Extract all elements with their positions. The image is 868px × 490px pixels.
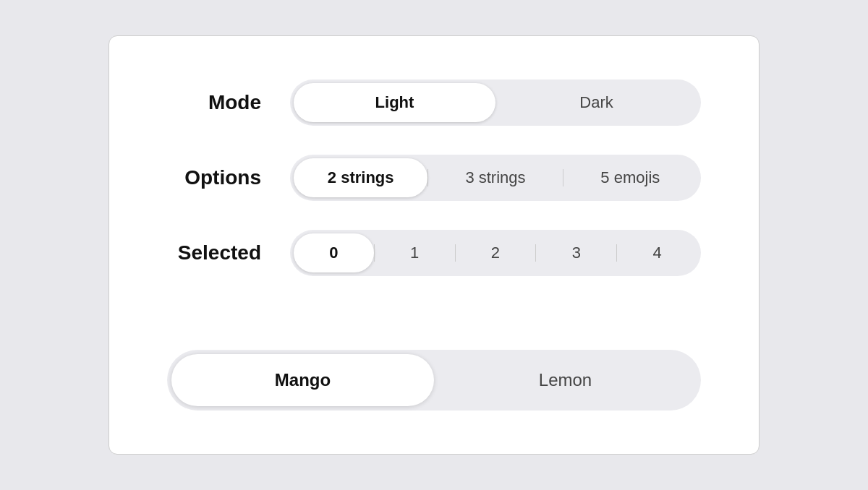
options-segmented: 2 strings 3 strings 5 emojis [290,155,701,201]
selected-2[interactable]: 2 [456,233,536,272]
selected-row: Selected 0 1 2 3 4 [167,230,701,276]
fruit-segmented: Mango Lemon [167,350,701,411]
selected-1[interactable]: 1 [375,233,455,272]
selected-label: Selected [167,241,261,265]
options-label: Options [167,166,261,189]
mode-dark-option[interactable]: Dark [495,83,697,122]
mode-light-option[interactable]: Light [294,83,495,122]
settings-card: Mode Light Dark Options 2 strings 3 stri… [109,35,760,455]
spacer [167,305,701,306]
option-2strings[interactable]: 2 strings [294,158,427,197]
fruit-mango[interactable]: Mango [171,354,434,406]
selected-4[interactable]: 4 [617,233,697,272]
selected-3[interactable]: 3 [536,233,616,272]
bottom-row: Mango Lemon [167,350,701,411]
mode-segmented: Light Dark [290,79,701,126]
selected-0[interactable]: 0 [294,233,374,272]
fruit-lemon[interactable]: Lemon [434,354,697,406]
option-3strings[interactable]: 3 strings [428,158,562,197]
options-row: Options 2 strings 3 strings 5 emojis [167,155,701,201]
mode-label: Mode [167,91,261,114]
option-5emojis[interactable]: 5 emojis [563,158,697,197]
mode-row: Mode Light Dark [167,79,701,126]
selected-segmented: 0 1 2 3 4 [290,230,701,276]
